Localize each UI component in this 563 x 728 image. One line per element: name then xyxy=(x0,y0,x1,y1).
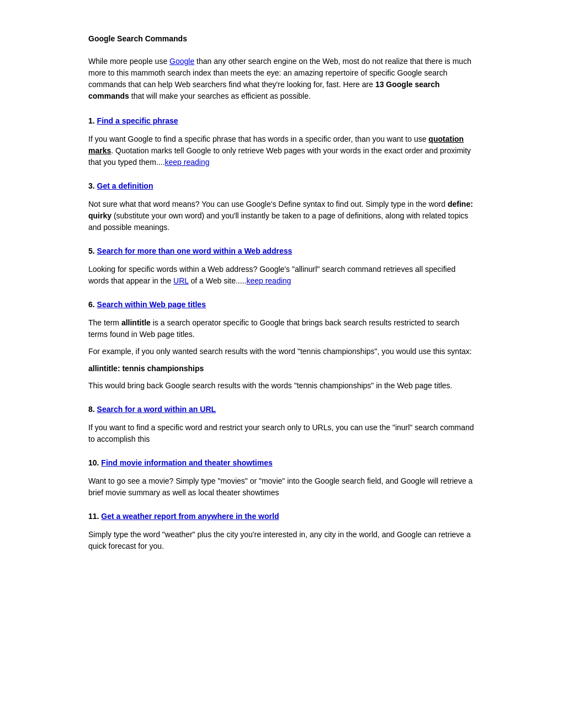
section-10-link[interactable]: Find movie information and theater showt… xyxy=(101,458,272,467)
section-10-heading: 10. Find movie information and theater s… xyxy=(88,457,475,469)
google-link[interactable]: Google xyxy=(169,57,194,66)
section-8-body: If you want to find a specific word and … xyxy=(88,422,475,445)
section-weather-report: 11. Get a weather report from anywhere i… xyxy=(88,511,475,552)
section-search-word-url: 8. Search for a word within an URL If yo… xyxy=(88,404,475,445)
section-1-body: If you want Google to find a specific ph… xyxy=(88,133,475,168)
section-3-heading: 3. Get a definition xyxy=(88,180,475,192)
section-3-bold: define: quirky xyxy=(88,200,473,220)
section-5-number: 5. xyxy=(88,247,97,255)
section-10-number: 10. xyxy=(88,458,101,467)
section-6-body1: The term allintitle is a search operator… xyxy=(88,317,475,340)
section-10-body: Want to go see a movie? Simply type "mov… xyxy=(88,475,475,499)
section-6-body2: For example, if you only wanted search r… xyxy=(88,346,475,357)
section-11-link[interactable]: Get a weather report from anywhere in th… xyxy=(101,512,279,521)
section-1-heading: 1. Find a specific phrase xyxy=(88,115,475,127)
section-1-number: 1. xyxy=(88,116,97,125)
section-movie-info: 10. Find movie information and theater s… xyxy=(88,457,475,499)
section-8-number: 8. xyxy=(88,405,97,414)
section-11-body: Simply type the word "weather" plus the … xyxy=(88,529,475,552)
section-5-keep-reading[interactable]: keep reading xyxy=(246,276,291,285)
section-8-link[interactable]: Search for a word within an URL xyxy=(97,405,216,414)
section-5-link[interactable]: Search for more than one word within a W… xyxy=(97,247,293,255)
section-8-heading: 8. Search for a word within an URL xyxy=(88,404,475,415)
section-find-phrase: 1. Find a specific phrase If you want Go… xyxy=(88,115,475,168)
section-get-definition: 3. Get a definition Not sure what that w… xyxy=(88,180,475,233)
section-1-link[interactable]: Find a specific phrase xyxy=(97,116,178,125)
section-5-url-link[interactable]: URL xyxy=(173,276,189,285)
page-container: Google Search Commands While more people… xyxy=(44,0,519,597)
section-search-page-titles: 6. Search within Web page titles The ter… xyxy=(88,299,475,392)
section-search-web-address: 5. Search for more than one word within … xyxy=(88,245,475,287)
section-6-link[interactable]: Search within Web page titles xyxy=(97,300,206,309)
intro-paragraph: While more people use Google than any ot… xyxy=(88,56,475,102)
section-3-link[interactable]: Get a definition xyxy=(97,181,153,190)
section-3-number: 3. xyxy=(88,181,97,190)
section-1-bold: quotation marks xyxy=(88,135,464,155)
section-6-example: allintitle: tennis championships xyxy=(88,363,475,374)
section-3-body: Not sure what that word means? You can u… xyxy=(88,199,475,233)
section-6-heading: 6. Search within Web page titles xyxy=(88,299,475,311)
intro-before-link: While more people use xyxy=(88,57,169,66)
intro-end: that will make your searches as efficien… xyxy=(129,92,311,100)
section-5-body: Looking for specific words within a Web … xyxy=(88,264,475,287)
page-title: Google Search Commands xyxy=(88,33,475,45)
section-11-number: 11. xyxy=(88,512,101,521)
section-5-heading: 5. Search for more than one word within … xyxy=(88,245,475,257)
section-6-allintitle: allintitle xyxy=(121,318,151,327)
section-6-number: 6. xyxy=(88,300,97,309)
section-1-keep-reading[interactable]: keep reading xyxy=(165,158,210,167)
section-6-body3: This would bring back Google search resu… xyxy=(88,380,475,392)
section-11-heading: 11. Get a weather report from anywhere i… xyxy=(88,511,475,522)
title-text: Google Search Commands xyxy=(88,34,187,43)
